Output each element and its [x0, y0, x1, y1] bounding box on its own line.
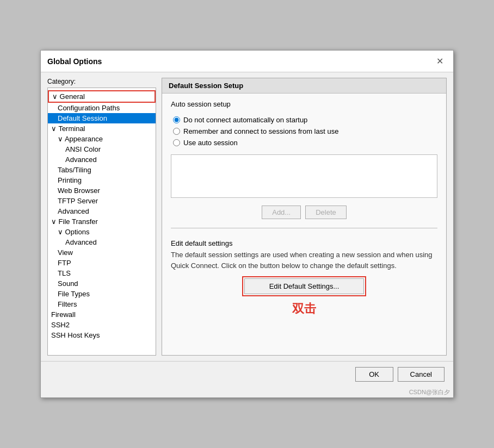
radio-label-remember: Remember and connect to sessions from la…: [183, 127, 338, 135]
content-body: Auto session setup Do not connect automa…: [162, 94, 446, 355]
category-panel: Category: ∨ GeneralConfiguration PathsDe…: [47, 78, 156, 356]
double-click-label: 双击: [171, 301, 437, 317]
add-button[interactable]: Add...: [262, 206, 301, 219]
tree-item-terminal[interactable]: ∨ Terminal: [48, 123, 156, 134]
radio-label-auto-session: Use auto session: [183, 139, 238, 147]
radio-item-no-connect[interactable]: Do not connect automatically on startup: [173, 116, 437, 124]
radio-item-remember[interactable]: Remember and connect to sessions from la…: [173, 127, 437, 135]
tree-item-view[interactable]: View: [48, 247, 156, 258]
tree-item-advanced-appearance[interactable]: Advanced: [48, 154, 156, 165]
tree-item-sound[interactable]: Sound: [48, 278, 156, 289]
delete-button[interactable]: Delete: [305, 206, 347, 219]
radio-group: Do not connect automatically on startupR…: [173, 116, 437, 147]
tree-item-ssh-host-keys[interactable]: SSH Host Keys: [48, 330, 156, 340]
tree-item-advanced-terminal[interactable]: Advanced: [48, 206, 156, 216]
tree-item-file-transfer[interactable]: ∨ File Transfer: [48, 216, 156, 227]
tree-item-ftp[interactable]: FTP: [48, 258, 156, 268]
radio-input-no-connect[interactable]: [173, 116, 180, 123]
auto-session-textarea[interactable]: [171, 154, 437, 198]
ok-button[interactable]: OK: [355, 367, 393, 382]
divider: [171, 228, 437, 228]
dialog-body: Category: ∨ GeneralConfiguration PathsDe…: [41, 72, 453, 361]
tree-item-firewall[interactable]: Firewall: [48, 309, 156, 320]
radio-input-auto-session[interactable]: [173, 139, 180, 146]
tree-item-options[interactable]: ∨ Options: [48, 227, 156, 237]
tree-item-advanced-options[interactable]: Advanced: [48, 237, 156, 247]
tree-item-file-types[interactable]: File Types: [48, 289, 156, 299]
auto-session-label: Auto session setup: [171, 100, 437, 108]
content-header: Default Session Setup: [162, 78, 446, 94]
tree-item-appearance[interactable]: ∨ Appearance: [48, 134, 156, 144]
tree-item-tabs-tiling[interactable]: Tabs/Tiling: [48, 165, 156, 175]
dialog-title: Global Options: [47, 57, 102, 66]
edit-default-btn-wrapper: Edit Default Settings...: [242, 276, 366, 296]
radio-input-remember[interactable]: [173, 128, 180, 135]
edit-settings-label: Edit default settings: [171, 239, 437, 247]
tree-item-filters[interactable]: Filters: [48, 299, 156, 309]
tree-item-printing[interactable]: Printing: [48, 175, 156, 185]
category-label: Category:: [47, 78, 156, 85]
tree-item-default-session[interactable]: Default Session: [48, 113, 156, 123]
cancel-button[interactable]: Cancel: [398, 367, 444, 382]
edit-settings-section: Edit default settings The default sessio…: [171, 239, 437, 317]
global-options-dialog: Global Options ✕ Category: ∨ GeneralConf…: [40, 50, 454, 398]
radio-item-auto-session[interactable]: Use auto session: [173, 139, 437, 147]
tree-container[interactable]: ∨ GeneralConfiguration PathsDefault Sess…: [47, 88, 156, 356]
tree-item-ssh2[interactable]: SSH2: [48, 320, 156, 330]
tree-item-config-paths[interactable]: Configuration Paths: [48, 103, 156, 113]
radio-label-no-connect: Do not connect automatically on startup: [183, 116, 307, 124]
tree-item-web-browser[interactable]: Web Browser: [48, 185, 156, 196]
watermark: CSDN@张白夕: [41, 387, 453, 397]
tree-item-ansi-color[interactable]: ANSI Color: [48, 144, 156, 154]
tree-item-general[interactable]: ∨ General: [48, 90, 156, 103]
tree-item-tls[interactable]: TLS: [48, 268, 156, 278]
title-bar: Global Options ✕: [41, 51, 453, 72]
content-panel: Default Session Setup Auto session setup…: [162, 78, 447, 356]
close-button[interactable]: ✕: [433, 55, 447, 67]
tree-item-tftp-server[interactable]: TFTP Server: [48, 196, 156, 206]
add-delete-row: Add... Delete: [171, 206, 437, 219]
edit-settings-desc: The default session settings are used wh…: [171, 250, 437, 271]
dialog-footer: OK Cancel: [41, 361, 453, 387]
edit-default-settings-button[interactable]: Edit Default Settings...: [244, 278, 364, 294]
